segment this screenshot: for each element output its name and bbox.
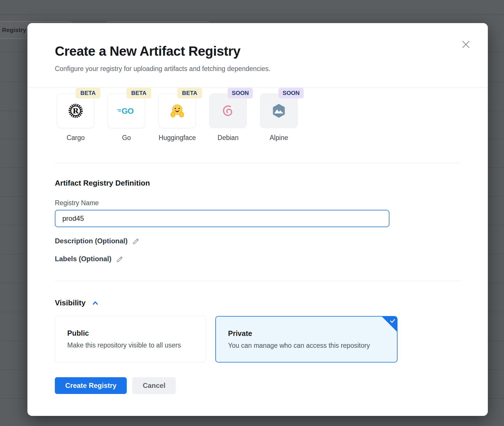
collapse-visibility-button[interactable] bbox=[92, 300, 99, 306]
modal-title: Create a New Artifact Registry bbox=[55, 43, 460, 59]
type-label: Go bbox=[108, 134, 145, 142]
svg-text:R: R bbox=[73, 107, 79, 115]
registry-type-debian: SOON Debian bbox=[209, 94, 247, 142]
definition-heading: Artifact Registry Definition bbox=[55, 179, 460, 188]
registry-type-go: BETA GO Go bbox=[108, 94, 145, 142]
option-title: Public bbox=[67, 329, 194, 337]
visibility-options: Public Make this repository visible to a… bbox=[55, 316, 460, 363]
beta-badge: BETA bbox=[76, 88, 100, 98]
section-divider bbox=[55, 163, 460, 163]
visibility-heading: Visibility bbox=[55, 298, 85, 307]
soon-badge: SOON bbox=[228, 88, 253, 98]
background-topbar-divider bbox=[0, 14, 504, 15]
registry-type-alpine: SOON Alpine bbox=[260, 94, 298, 142]
create-registry-button[interactable]: Create Registry bbox=[55, 377, 127, 394]
close-button[interactable] bbox=[460, 39, 472, 50]
beta-badge: BETA bbox=[177, 88, 202, 98]
labels-row: Labels (Optional) bbox=[55, 254, 460, 264]
modal-header: Create a New Artifact Registry Configure… bbox=[27, 23, 488, 87]
type-label: Alpine bbox=[260, 134, 298, 142]
cargo-card[interactable]: BETA R bbox=[57, 94, 94, 128]
description-row: Description (Optional) bbox=[55, 236, 460, 246]
option-title: Private bbox=[228, 329, 385, 338]
go-card[interactable]: BETA GO bbox=[108, 94, 145, 128]
type-label: Huggingface bbox=[158, 134, 196, 142]
registry-type-huggingface: BETA Huggingface bbox=[158, 94, 196, 142]
huggingface-logo-icon bbox=[169, 103, 185, 119]
modal-actions: Create Registry Cancel bbox=[55, 377, 460, 394]
alpine-logo-icon bbox=[271, 103, 287, 119]
create-registry-modal: Create a New Artifact Registry Configure… bbox=[27, 23, 488, 416]
close-icon bbox=[461, 39, 471, 50]
visibility-option-public[interactable]: Public Make this repository visible to a… bbox=[55, 316, 206, 363]
option-description: Make this repository visible to all user… bbox=[67, 341, 194, 349]
section-divider bbox=[55, 281, 460, 281]
type-label: Cargo bbox=[57, 134, 94, 142]
debian-card: SOON bbox=[209, 94, 247, 128]
description-label: Description (Optional) bbox=[55, 237, 128, 245]
option-description: You can manage who can access this repos… bbox=[228, 342, 385, 350]
svg-text:GO: GO bbox=[122, 106, 134, 115]
visibility-option-private[interactable]: Private You can manage who can access th… bbox=[215, 316, 397, 363]
edit-description-button[interactable] bbox=[132, 237, 140, 245]
huggingface-card[interactable]: BETA bbox=[158, 94, 196, 128]
type-label: Debian bbox=[209, 134, 247, 142]
alpine-card: SOON bbox=[260, 94, 298, 128]
labels-label: Labels (Optional) bbox=[55, 255, 111, 263]
debian-logo-icon bbox=[220, 103, 236, 119]
edit-labels-button[interactable] bbox=[116, 255, 124, 263]
chevron-up-icon bbox=[92, 300, 99, 306]
soon-badge: SOON bbox=[279, 88, 304, 98]
modal-body: BETA R Cargo BETA bbox=[27, 94, 488, 394]
visibility-heading-row: Visibility bbox=[55, 298, 460, 307]
cancel-button[interactable]: Cancel bbox=[132, 377, 176, 394]
pencil-icon bbox=[132, 237, 140, 245]
beta-badge: BETA bbox=[126, 88, 151, 98]
modal-subtitle: Configure your registry for uploading ar… bbox=[55, 64, 460, 73]
registry-type-cargo: BETA R Cargo bbox=[57, 94, 94, 142]
go-logo-icon: GO bbox=[117, 106, 136, 115]
pencil-icon bbox=[116, 255, 124, 263]
registry-name-input[interactable] bbox=[55, 210, 389, 227]
registry-name-label: Registry Name bbox=[55, 199, 460, 207]
rust-logo-icon: R bbox=[68, 103, 83, 119]
background-page-label: Registry bbox=[2, 27, 26, 33]
checkmark-icon bbox=[390, 318, 395, 324]
registry-type-row: BETA R Cargo BETA bbox=[57, 94, 460, 142]
